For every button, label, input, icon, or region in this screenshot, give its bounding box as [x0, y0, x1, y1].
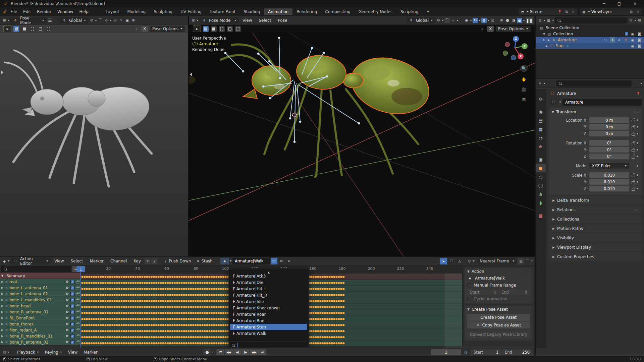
new-collection-icon[interactable]: ⊞ [637, 18, 642, 23]
disclosure-triangle[interactable]: ▶ [1, 280, 3, 283]
close-button[interactable]: ✕ [629, 1, 641, 6]
section-custom-properties[interactable]: ▶Custom Properties [549, 252, 642, 261]
jump-to-end-button[interactable]: ⏭ [258, 349, 266, 355]
disclosure-triangle[interactable]: ▶ [1, 310, 3, 313]
menu-view[interactable]: View [239, 17, 255, 23]
modifier-wrench-icon[interactable]: ⚙ [65, 340, 69, 345]
rotation-mode-dropdown[interactable]: XYZ Euler [589, 163, 629, 169]
pin-icon[interactable]: ✕ [4, 321, 8, 327]
lock-icon[interactable] [75, 280, 79, 284]
lock-icon[interactable] [75, 322, 79, 326]
collection-checkbox[interactable]: ✓ [625, 32, 629, 36]
menu-view[interactable]: View [65, 349, 80, 355]
panel-grip[interactable]: ∷∷ [526, 270, 530, 273]
outliner-row-armature[interactable]: ⋔ ▶ ⋔ Armature ↪ ⋔ ⋔ ∇ ◉ ◙ [536, 37, 644, 43]
dropdown-item-walk[interactable]: F Armature|Walk [230, 330, 307, 337]
render-visibility-icon[interactable]: ◙ [637, 31, 642, 37]
channel-mon-redant-a[interactable]: ▶✕Mon_redant_A⚙✓ [0, 327, 80, 333]
next-keyframe-button[interactable]: ◆▶ [250, 349, 258, 355]
disclosure-triangle[interactable]: ▶ [1, 341, 3, 344]
section-delta-transform[interactable]: ▶Delta Transform [549, 196, 642, 204]
minimize-button[interactable]: ─ [598, 1, 610, 6]
start-frame-field[interactable]: Start1 [471, 349, 501, 355]
disclosure-triangle[interactable]: ▶ [1, 335, 3, 338]
location-x-field[interactable]: 0 m [589, 117, 629, 123]
gizmo-z-axis[interactable]: Z [513, 36, 519, 42]
pan-hand-icon[interactable]: ✋ [521, 77, 527, 82]
panel-collapse-icon[interactable]: ▼ [467, 308, 470, 311]
lock-icon[interactable] [75, 292, 79, 296]
enable-checkbox[interactable]: ✓ [70, 310, 74, 314]
mode-selector[interactable]: ⋔ Pose Mode [199, 17, 239, 24]
lock-icon[interactable] [631, 132, 635, 135]
tab-constraints[interactable]: ◴ [536, 172, 546, 181]
modifier-wrench-icon[interactable]: ⚙ [65, 279, 69, 285]
shading-wireframe-icon[interactable]: ⊕ [499, 18, 504, 23]
sidebar-action-name[interactable]: Armature|Walk [475, 276, 505, 281]
xray-toggle-icon[interactable]: ▧ [490, 18, 495, 23]
modifier-wrench-icon[interactable]: ⚙ [65, 297, 69, 303]
modifier-wrench-icon[interactable]: ⚙ [65, 303, 69, 309]
gizmo-toggle-icon[interactable]: ↻ [473, 18, 478, 23]
show-hidden-icon[interactable]: ⛶ [448, 258, 455, 264]
editor-type-icon[interactable]: ⊞ [2, 18, 7, 23]
orientation-selector[interactable]: ↯ Global [59, 17, 88, 24]
tab-bone[interactable]: ⧫ [536, 198, 546, 207]
select-mode-box[interactable] [203, 26, 209, 32]
tab-texture[interactable]: ▩ [536, 211, 546, 220]
active-tool-button[interactable]: ➤ [3, 25, 11, 32]
dropdown-item-idle[interactable]: F Armature|Idle [230, 298, 307, 305]
create-pose-asset-button[interactable]: Create Pose Asset [467, 314, 530, 321]
section-visibility[interactable]: ▶Visibility [549, 234, 642, 242]
animate-dot[interactable] [637, 133, 638, 134]
dropdown-item-stun[interactable]: F Armature|Stun [230, 324, 307, 330]
gizmo-z-neg[interactable] [511, 55, 516, 60]
select-mode-extend[interactable] [21, 26, 27, 32]
options-caret[interactable] [640, 83, 642, 84]
outliner-search[interactable] [555, 17, 628, 23]
channel-bone-head[interactable]: ▶✕bone_head⚙✓ [0, 303, 80, 309]
disclosure-triangle[interactable]: ▶ [1, 298, 3, 301]
section-relations[interactable]: ▶Relations∷∷ [549, 205, 642, 214]
snap-mode-dropdown[interactable]: Nearest Frame [477, 258, 517, 264]
select-mode-intersect[interactable] [235, 26, 241, 32]
menu-view[interactable]: View [51, 258, 67, 264]
move-up-button[interactable]: ▲ [151, 258, 157, 264]
object-id-icon[interactable]: ⛶ [549, 99, 558, 106]
location-y-field[interactable]: 0 m [589, 124, 629, 130]
rotation-z-field[interactable]: 0° [589, 154, 629, 159]
modifier-wrench-icon[interactable]: ⚙ [65, 327, 69, 333]
zoom-icon[interactable]: 🔍 [520, 65, 528, 72]
pose-options-dropdown[interactable]: Pose Options [496, 26, 531, 32]
animate-dot[interactable] [637, 142, 638, 144]
modifier-wrench-icon[interactable]: ⚙ [65, 309, 69, 315]
convert-legacy-pose-library-button[interactable]: Convert Legacy Pose Library [467, 331, 530, 338]
dropdown-item-run[interactable]: F Armature|Run [230, 317, 307, 324]
disclosure-triangle[interactable]: ▶ [1, 304, 3, 307]
add-workspace-button[interactable]: + [422, 8, 434, 15]
snap-magnet-icon[interactable]: ⌒ [444, 18, 450, 23]
maximize-button[interactable]: ▢ [613, 1, 626, 6]
dropdown-item-hit-r[interactable]: F Armature|Hit_R [230, 292, 307, 298]
end-frame-field[interactable]: End250 [502, 349, 533, 355]
modifier-wrench-icon[interactable]: ⚙ [65, 334, 69, 339]
jump-to-start-button[interactable]: ⏮ [216, 349, 224, 355]
animate-dot[interactable] [637, 149, 638, 150]
workspace-tab-texture-paint[interactable]: Texture Paint [206, 8, 239, 15]
modifier-wrench-icon[interactable]: ⚙ [65, 285, 69, 291]
enable-checkbox[interactable]: ✓ [70, 322, 74, 326]
menu-channel[interactable]: Channel [107, 258, 130, 264]
menu-playback[interactable]: Playback [14, 349, 42, 355]
workspace-tab-animation[interactable]: Animation [264, 8, 292, 15]
shading-rendered-icon[interactable]: ◒ [517, 18, 522, 23]
lock-icon[interactable] [75, 316, 79, 320]
workspace-tab-modeling[interactable]: Modeling [123, 8, 150, 15]
select-mode-subtract[interactable] [219, 26, 225, 32]
workspace-tab-sculpting[interactable]: Sculpting [150, 8, 176, 15]
breadcrumb-object[interactable]: Armature [557, 91, 576, 96]
lock-icon[interactable] [75, 340, 79, 344]
outliner-row-sun[interactable]: ▶ ☉ Sun ☼ ◉ ◙ [536, 43, 644, 49]
falloff-curve-icon[interactable]: ⌒ [525, 258, 530, 264]
panel-grip[interactable]: ∷∷ [635, 110, 639, 114]
menu-file[interactable]: File [7, 9, 20, 15]
